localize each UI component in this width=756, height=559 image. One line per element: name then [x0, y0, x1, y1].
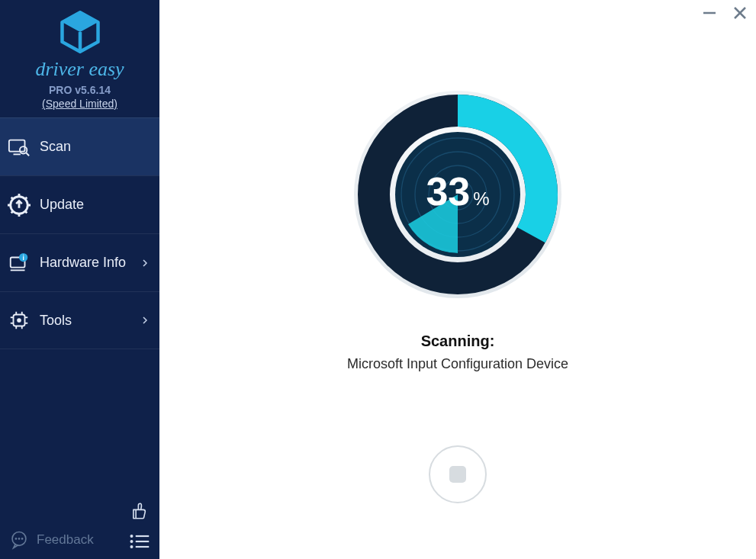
scan-status: Scanning: Microsoft Input Configuration … [347, 333, 568, 372]
svg-point-26 [21, 538, 24, 540]
stop-scan-button[interactable] [429, 445, 487, 503]
main-area: 33 % Scanning: Microsoft Input Configura… [159, 0, 756, 559]
feedback-button[interactable]: Feedback [9, 530, 94, 550]
feedback-icon [9, 530, 29, 550]
sidebar-item-label: Update [40, 197, 84, 213]
stop-icon [449, 466, 466, 483]
minimize-icon[interactable] [703, 6, 716, 20]
scan-icon [8, 136, 31, 159]
sidebar-bottom: Feedback [0, 493, 159, 559]
svg-line-6 [26, 153, 29, 156]
brand-name: driver easy [35, 58, 124, 81]
svg-point-25 [18, 538, 21, 540]
tools-icon [8, 309, 31, 332]
svg-point-24 [15, 538, 18, 540]
sidebar-item-scan[interactable]: Scan [0, 117, 159, 175]
window-controls [703, 6, 747, 20]
sidebar-item-update[interactable]: Update [0, 175, 159, 233]
hardware-info-icon: i [8, 252, 31, 275]
speed-limited-link[interactable]: (Speed Limited) [42, 98, 117, 110]
menu-list-icon[interactable] [129, 533, 150, 550]
sidebar-item-hardware-info[interactable]: i Hardware Info [0, 233, 159, 291]
chevron-right-icon [141, 259, 149, 267]
sidebar-item-label: Tools [40, 313, 72, 329]
brand-logo-icon [59, 11, 101, 53]
update-icon [8, 194, 31, 217]
sidebar-item-label: Hardware Info [40, 255, 126, 271]
close-icon[interactable] [733, 6, 747, 20]
progress-percent-value: 33 [426, 169, 470, 214]
svg-point-27 [130, 535, 133, 538]
chevron-right-icon [141, 316, 149, 324]
brand-block: driver easy PRO v5.6.14 (Speed Limited) [0, 0, 159, 110]
version-label: PRO v5.6.14 [49, 84, 111, 96]
svg-point-5 [20, 146, 27, 153]
svg-rect-3 [9, 140, 25, 151]
svg-point-22 [17, 318, 21, 323]
sidebar: driver easy PRO v5.6.14 (Speed Limited) … [0, 0, 159, 559]
sidebar-item-label: Scan [40, 139, 71, 155]
scan-progress: 33 % [352, 88, 564, 300]
progress-percent-symbol: % [473, 188, 489, 210]
progress-readout: 33 % [426, 169, 489, 214]
thumbs-up-icon[interactable] [130, 501, 150, 521]
svg-marker-1 [62, 12, 98, 32]
feedback-label: Feedback [37, 532, 94, 548]
sidebar-item-tools[interactable]: Tools [0, 291, 159, 349]
scan-label: Scanning: [347, 333, 568, 350]
svg-text:i: i [22, 254, 24, 262]
sidebar-nav: Scan Update i Hardware Info [0, 117, 159, 349]
svg-point-29 [130, 540, 133, 543]
scan-current-device: Microsoft Input Configuration Device [347, 356, 568, 372]
svg-point-31 [130, 545, 133, 548]
